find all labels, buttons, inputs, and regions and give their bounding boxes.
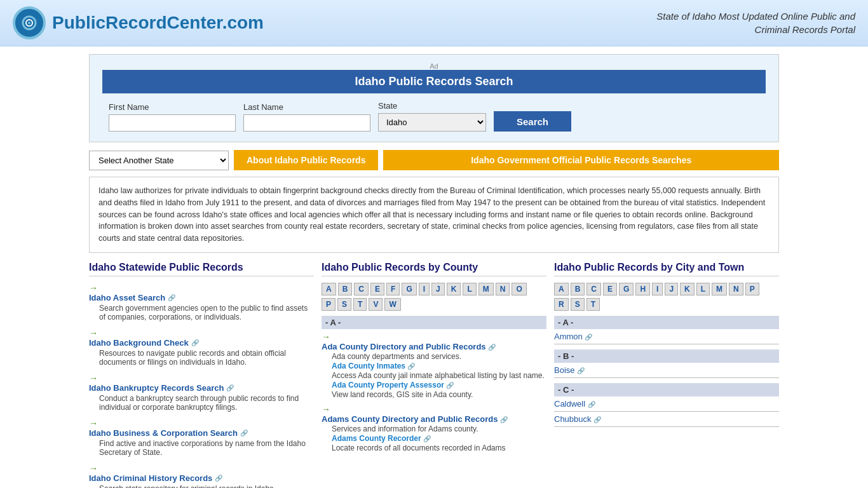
section-letter: - B - (554, 349, 779, 363)
county-alpha-btn[interactable]: G (402, 283, 416, 295)
city-link[interactable]: Boise 🔗 (554, 365, 779, 375)
city-separator (554, 426, 779, 427)
arrow-icon: → (322, 404, 330, 414)
county-sub-link[interactable]: Ada County Property Assessor 🔗 (332, 381, 454, 390)
county-alpha-btn[interactable]: N (496, 283, 510, 295)
county-alpha-btn[interactable]: F (386, 283, 400, 295)
statewide-link[interactable]: Idaho Background Check 🔗 (89, 338, 314, 348)
city-alpha-btn[interactable]: H (635, 283, 650, 295)
statewide-item: →Idaho Background Check 🔗Resources to na… (89, 328, 314, 367)
state-select-dropdown[interactable]: Select Another State (89, 151, 229, 170)
header-tagline: State of Idaho Most Updated Online Publi… (656, 10, 855, 36)
county-alpha-btn[interactable]: L (463, 283, 476, 295)
city-alpha-btn[interactable]: R (554, 298, 569, 311)
county-sub-link[interactable]: Ada County Inmates 🔗 (332, 362, 415, 370)
city-alpha-btn[interactable]: G (619, 283, 634, 295)
county-alpha-btn[interactable]: J (431, 283, 445, 295)
county-sub-desc: Locate records of all documents recorded… (332, 444, 546, 452)
county-alpha-btn[interactable]: M (478, 283, 494, 295)
statewide-link[interactable]: Idaho Bankruptcy Records Search 🔗 (89, 383, 314, 393)
city-alpha: ABCEGHIJKLMNPRST (554, 283, 779, 311)
county-title: Idaho Public Records by County (322, 262, 546, 276)
search-button[interactable]: Search (494, 111, 571, 132)
city-link[interactable]: Chubbuck 🔗 (554, 414, 779, 424)
county-alpha-btn[interactable]: E (370, 283, 384, 295)
county-alpha-btn[interactable]: S (337, 298, 351, 311)
county-alpha-row2: PSTVW (322, 298, 546, 311)
statewide-link[interactable]: Idaho Business & Corporation Search 🔗 (89, 428, 314, 438)
county-alpha-btn[interactable]: I (419, 283, 430, 295)
first-name-input[interactable] (109, 114, 236, 132)
nav-bar: Select Another State About Idaho Public … (89, 150, 779, 170)
city-alpha-btn[interactable]: N (729, 283, 743, 295)
city-alpha-btn[interactable]: J (665, 283, 678, 295)
county-alpha-btn[interactable]: O (512, 283, 526, 295)
city-alpha-btn[interactable]: C (587, 283, 601, 295)
county-alpha-btn[interactable]: T (353, 298, 367, 311)
city-alpha-btn[interactable]: S (571, 298, 585, 311)
gov-button[interactable]: Idaho Government Official Public Records… (383, 150, 779, 170)
statewide-item: →Idaho Asset Search 🔗Search government a… (89, 283, 314, 322)
city-alpha-btn[interactable]: E (603, 283, 617, 295)
city-alpha-btn[interactable]: T (587, 298, 600, 311)
city-link[interactable]: Caldwell 🔗 (554, 399, 779, 409)
city-separator (554, 377, 779, 378)
city-section: - A -Ammon 🔗 (554, 316, 779, 344)
city-alpha-btn[interactable]: L (696, 283, 710, 295)
arrow-icon: → (322, 332, 330, 342)
city-separator (554, 411, 779, 412)
last-name-label: Last Name (243, 102, 370, 112)
county-sub-entry: Ada County Inmates 🔗 (332, 362, 546, 370)
search-box-area: Ad Idaho Public Records Search First Nam… (89, 54, 779, 142)
external-icon: 🔗 (215, 475, 222, 482)
county-sub-entry: Ada County Property Assessor 🔗 (332, 381, 546, 390)
about-button[interactable]: About Idaho Public Records (234, 150, 378, 170)
county-alpha-btn[interactable]: V (369, 298, 383, 311)
city-alpha-btn[interactable]: I (652, 283, 663, 295)
city-alpha-btn[interactable]: P (745, 283, 759, 295)
city-alpha-btn[interactable]: K (680, 283, 695, 295)
county-alpha-btn[interactable]: C (354, 283, 369, 295)
county-main-link[interactable]: Adams County Directory and Public Record… (322, 414, 546, 424)
county-column: Idaho Public Records by County ABCEFGIJK… (322, 262, 554, 488)
external-icon: 🔗 (488, 344, 496, 351)
city-title: Idaho Public Records by City and Town (554, 262, 779, 276)
county-main-link[interactable]: Ada County Directory and Public Records … (322, 342, 546, 351)
first-name-group: First Name (109, 102, 236, 132)
state-select[interactable]: Idaho (378, 113, 486, 132)
external-icon: 🔗 (500, 416, 508, 423)
city-alpha-btn[interactable]: B (571, 283, 585, 295)
county-alpha-btn[interactable]: K (447, 283, 461, 295)
statewide-item: →Idaho Business & Corporation Search 🔗Fi… (89, 418, 314, 457)
city-column: Idaho Public Records by City and Town AB… (554, 262, 779, 488)
external-icon: 🔗 (585, 334, 592, 341)
statewide-link[interactable]: Idaho Criminal History Records 🔗 (89, 473, 314, 483)
svg-point-2 (28, 22, 31, 24)
city-list: - A -Ammon 🔗- B -Boise 🔗- C -Caldwell 🔗C… (554, 316, 779, 427)
county-sub-entry: Adams County Recorder 🔗 (332, 434, 546, 443)
city-alpha-btn[interactable]: A (554, 283, 569, 295)
statewide-title: Idaho Statewide Public Records (89, 262, 314, 276)
county-alpha-btn[interactable]: P (322, 298, 336, 311)
arrow-icon: → (89, 463, 98, 473)
county-main-desc: Ada county departments and services. (332, 352, 546, 361)
county-alpha-btn[interactable]: A (322, 283, 336, 295)
section-letter: - C - (554, 383, 779, 396)
columns: Idaho Statewide Public Records →Idaho As… (89, 262, 779, 488)
first-name-label: First Name (109, 102, 236, 112)
arrow-icon: → (89, 328, 98, 338)
statewide-desc: Search state repository for criminal rec… (89, 484, 314, 488)
statewide-link[interactable]: Idaho Asset Search 🔗 (89, 293, 314, 302)
logo-icon (13, 6, 46, 39)
last-name-input[interactable] (243, 114, 370, 132)
statewide-desc: Resources to navigate public records and… (89, 349, 314, 367)
external-icon: 🔗 (593, 416, 601, 423)
city-link[interactable]: Ammon 🔗 (554, 332, 779, 341)
statewide-desc: Find active and inactive corporations by… (89, 439, 314, 457)
county-alpha-btn[interactable]: B (338, 283, 353, 295)
statewide-list: →Idaho Asset Search 🔗Search government a… (89, 283, 314, 488)
county-sub-desc: View land records, GIS site in Ada count… (332, 390, 546, 399)
county-alpha-btn[interactable]: W (384, 298, 400, 311)
county-sub-link[interactable]: Adams County Recorder 🔗 (332, 434, 431, 443)
city-alpha-btn[interactable]: M (712, 283, 727, 295)
